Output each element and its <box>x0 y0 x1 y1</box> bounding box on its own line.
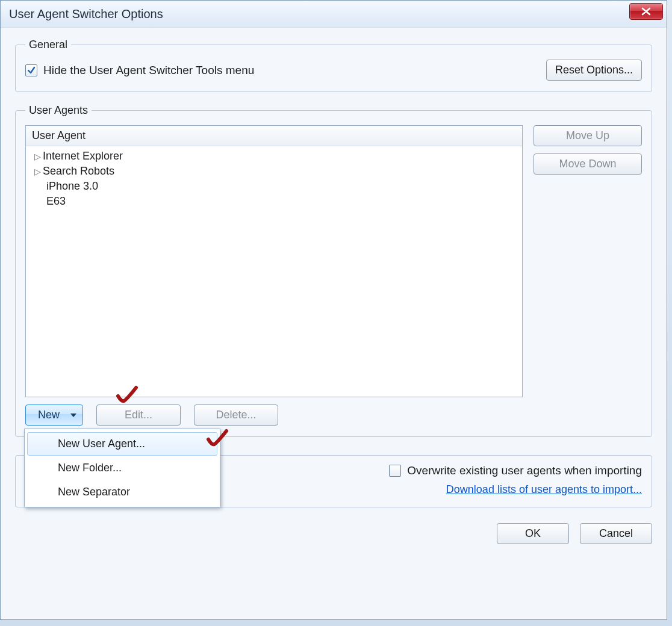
expand-icon[interactable]: ▷ <box>34 152 40 161</box>
window-title: User Agent Switcher Options <box>9 7 163 21</box>
close-button[interactable] <box>629 3 663 20</box>
cancel-button[interactable]: Cancel <box>580 523 652 544</box>
check-icon <box>27 66 36 75</box>
tree-item-label: Internet Explorer <box>43 150 123 163</box>
close-icon <box>640 7 652 16</box>
tree-item[interactable]: ▷ Internet Explorer <box>26 149 522 164</box>
title-bar: User Agent Switcher Options <box>1 1 667 28</box>
tree-list: ▷ Internet Explorer ▷ Search Robots iPho… <box>26 146 522 211</box>
menu-item-new-folder[interactable]: New Folder... <box>27 456 217 480</box>
tree-item-label: iPhone 3.0 <box>46 180 98 193</box>
tree-item-label: E63 <box>46 195 66 208</box>
dropdown-caret-icon <box>70 414 76 417</box>
download-lists-link[interactable]: Download lists of user agents to import.… <box>446 483 642 496</box>
tree-item-label: Search Robots <box>43 165 114 178</box>
tree-item[interactable]: E63 <box>26 194 522 209</box>
menu-item-new-separator[interactable]: New Separator <box>27 480 217 504</box>
expand-icon[interactable]: ▷ <box>34 167 40 176</box>
hide-tools-checkbox[interactable]: Hide the User Agent Switcher Tools menu <box>25 64 254 77</box>
delete-button[interactable]: Delete... <box>194 404 278 426</box>
checkbox-box[interactable] <box>389 465 401 477</box>
move-up-button[interactable]: Move Up <box>534 125 642 146</box>
dialog-button-row: OK Cancel <box>15 519 652 544</box>
hide-tools-label: Hide the User Agent Switcher Tools menu <box>43 64 254 77</box>
edit-button[interactable]: Edit... <box>96 404 181 426</box>
general-legend: General <box>25 39 71 51</box>
reset-options-button[interactable]: Reset Options... <box>546 60 642 81</box>
new-button[interactable]: New <box>25 404 83 426</box>
overwrite-label: Overwrite existing user agents when impo… <box>407 464 642 477</box>
tree-column-header[interactable]: User Agent <box>26 126 522 146</box>
user-agent-tree[interactable]: User Agent ▷ Internet Explorer ▷ Search … <box>25 125 523 397</box>
dialog-client: General Hide the User Agent Switcher Too… <box>1 28 667 557</box>
user-agents-group: User Agents User Agent ▷ Internet Explor… <box>15 104 652 437</box>
ok-button[interactable]: OK <box>497 523 569 544</box>
new-button-label: New <box>38 409 60 421</box>
tree-item[interactable]: iPhone 3.0 <box>26 179 522 194</box>
checkbox-box[interactable] <box>25 64 37 76</box>
overwrite-checkbox[interactable]: Overwrite existing user agents when impo… <box>389 464 642 477</box>
user-agents-legend: User Agents <box>25 104 92 117</box>
new-dropdown-menu: New User Agent... New Folder... New Sepa… <box>24 429 220 507</box>
tree-item[interactable]: ▷ Search Robots <box>26 164 522 179</box>
general-group: General Hide the User Agent Switcher Too… <box>15 39 652 92</box>
move-down-button[interactable]: Move Down <box>534 153 642 175</box>
dialog-window: User Agent Switcher Options General Hide… <box>0 0 667 620</box>
menu-item-new-user-agent[interactable]: New User Agent... <box>27 432 217 456</box>
tree-toolbar: New Edit... Delete... New User Agent... … <box>25 404 642 426</box>
